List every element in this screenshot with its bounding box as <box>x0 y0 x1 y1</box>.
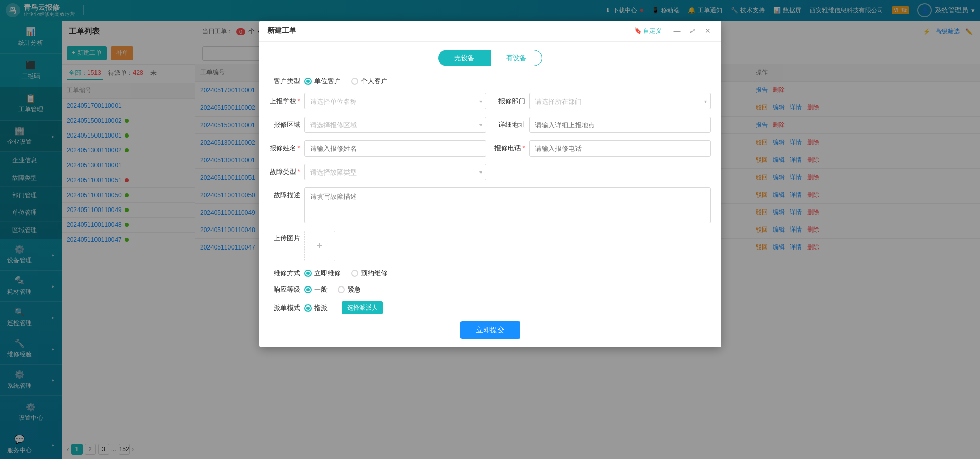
submit-button[interactable]: 立即提交 <box>460 321 520 339</box>
response-label: 响应等级 <box>270 285 300 294</box>
fault-type-select[interactable]: 请选择故障类型 <box>304 164 486 180</box>
maximize-button[interactable]: ⤢ <box>687 26 698 36</box>
customer-type-label: 客户类型 <box>270 76 300 86</box>
upload-row: 上传图片 + <box>270 231 711 261</box>
response-level-row: 响应等级 一般 紧急 <box>270 285 711 294</box>
app-body: 📊 统计分析 ⬛ 二维码 📋 工单管理 🏢 企业设置 ▸ 企业信息 故障类型 部… <box>0 21 980 459</box>
new-workorder-dialog: 新建工单 🔖 自定义 — ⤢ ✕ <box>259 21 721 347</box>
repair-name-label: 报修姓名* <box>270 144 300 153</box>
dispatch-row: 派单模式 指派 选择派派人 <box>270 301 711 314</box>
form-row-4: 故障类型* 请选择故障类型 ▾ <box>270 164 711 180</box>
radio-circle <box>351 270 358 277</box>
radio-circle <box>351 78 358 85</box>
repair-phone-label: 报修电话* <box>494 144 525 153</box>
has-device-toggle[interactable]: 有设备 <box>490 50 542 66</box>
radio-normal[interactable]: 一般 <box>304 285 328 294</box>
dialog-title: 新建工单 <box>267 26 296 35</box>
radio-circle <box>304 270 312 277</box>
region-label: 报修区域 <box>270 120 300 129</box>
dispatch-radio-group: 指派 选择派派人 <box>304 301 383 314</box>
dialog-overlay: 新建工单 🔖 自定义 — ⤢ ✕ <box>62 21 980 459</box>
repair-name-input[interactable] <box>304 140 486 157</box>
select-assignee-button[interactable]: 选择派派人 <box>342 301 383 314</box>
radio-circle <box>304 304 312 312</box>
radio-assign[interactable]: 指派 <box>304 303 328 313</box>
minimize-button[interactable]: — <box>672 26 682 36</box>
radio-circle <box>304 78 312 85</box>
address-input[interactable] <box>529 117 711 133</box>
fault-type-label: 故障类型* <box>270 167 300 177</box>
fault-desc-row: 故障描述 <box>270 187 711 223</box>
main-content: 工单列表 + 新建工单 补单 全部：1513 待派单：428 未 工单编号 20… <box>62 21 980 459</box>
radio-circle <box>338 286 345 293</box>
department-label: 报修部门 <box>494 97 525 106</box>
radio-scheduled[interactable]: 预约维修 <box>351 269 388 278</box>
customer-type-radio-group: 单位客户 个人客户 <box>304 76 388 86</box>
bookmark-icon: 🔖 <box>634 27 642 34</box>
radio-personal-customer[interactable]: 个人客户 <box>351 76 388 86</box>
maintenance-radio-group: 立即维修 预约维修 <box>304 269 388 278</box>
radio-immediate[interactable]: 立即维修 <box>304 269 341 278</box>
close-button[interactable]: ✕ <box>703 26 713 36</box>
dispatch-label: 派单模式 <box>270 303 300 313</box>
device-toggle: 无设备 有设备 <box>270 50 711 66</box>
radio-unit-customer[interactable]: 单位客户 <box>304 76 341 86</box>
self-define-link[interactable]: 🔖 自定义 <box>634 27 662 35</box>
dialog-header: 新建工单 🔖 自定义 — ⤢ ✕ <box>259 21 721 42</box>
repair-phone-input[interactable] <box>529 140 711 157</box>
form-row-3: 报修姓名* 报修电话* <box>270 140 711 157</box>
upload-label: 上传图片 <box>270 231 300 243</box>
maintenance-label: 维修方式 <box>270 269 300 278</box>
school-select[interactable]: 请选择单位名称 <box>304 93 486 109</box>
response-radio-group: 一般 紧急 <box>304 285 361 294</box>
dialog-body: 无设备 有设备 客户类型 单位客户 <box>259 42 721 347</box>
form-row-1: 上报学校* 请选择单位名称 ▾ 报修部门 <box>270 93 711 109</box>
radio-urgent[interactable]: 紧急 <box>338 285 361 294</box>
school-label: 上报学校* <box>270 97 300 106</box>
form-row-2: 报修区域 请选择报修区域 ▾ 详细地址 <box>270 117 711 133</box>
fault-desc-textarea[interactable] <box>304 187 711 223</box>
address-label: 详细地址 <box>494 120 525 129</box>
dialog-controls: — ⤢ ✕ <box>672 26 713 36</box>
upload-area[interactable]: + <box>304 231 335 261</box>
region-select[interactable]: 请选择报修区域 <box>304 117 486 133</box>
maintenance-row: 维修方式 立即维修 预约维修 <box>270 269 711 278</box>
radio-circle <box>304 286 312 293</box>
no-device-toggle[interactable]: 无设备 <box>438 50 490 66</box>
fault-desc-label: 故障描述 <box>270 187 300 200</box>
department-select[interactable]: 请选择所在部门 <box>529 93 711 109</box>
customer-type-row: 客户类型 单位客户 个人客户 <box>270 76 711 86</box>
